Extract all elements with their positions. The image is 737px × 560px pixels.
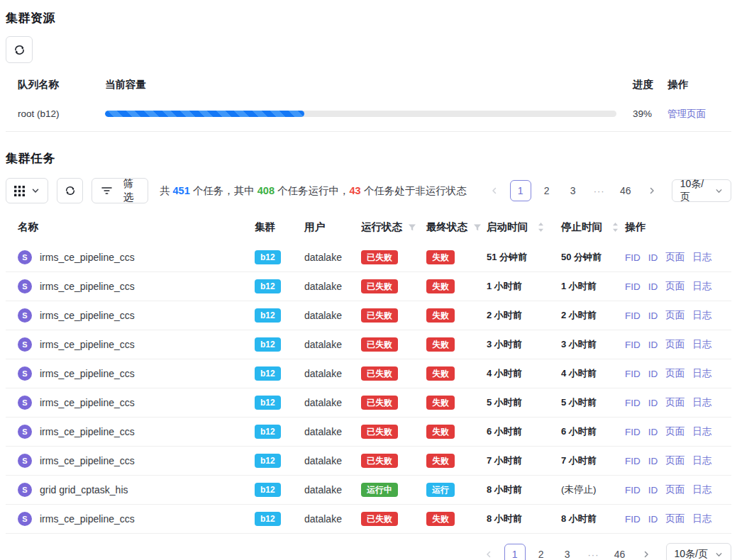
id-link[interactable]: ID [648,252,658,263]
table-row: S irms_ce_pipeline_ccs b12 datalake 已失败 … [6,388,731,418]
pagination-ellipsis[interactable]: ··· [589,180,610,201]
page-link[interactable]: 页面 [665,309,685,322]
log-link[interactable]: 日志 [692,454,711,467]
resources-refresh-button[interactable] [6,36,33,63]
pagination-next-button[interactable] [636,544,657,560]
page-size-select[interactable]: 10条/页 [672,179,731,202]
fid-link[interactable]: FID [625,252,641,263]
table-row: S irms_ce_pipeline_ccs b12 datalake 已失败 … [6,418,731,447]
run-status-filter-funnel-icon[interactable] [408,223,416,232]
pagination-page-last[interactable]: 46 [609,544,631,560]
chevron-down-icon [715,187,723,195]
task-name: irms_ce_pipeline_ccs [40,513,135,525]
resources-table-row: root (b12) 39% 管理页面 [6,96,731,132]
fid-link[interactable]: FID [625,340,641,350]
capacity-progress-bar [105,111,616,117]
pagination-page-2[interactable]: 2 [531,544,552,560]
stop-time-cell: 5 小时前 [561,397,597,408]
fid-link[interactable]: FID [625,514,641,525]
id-link[interactable]: ID [648,485,658,495]
final-status-badge: 失败 [426,425,455,439]
pagination-prev-button[interactable] [478,544,499,560]
fid-link[interactable]: FID [625,427,641,437]
run-status-badge: 已失败 [361,396,398,410]
page-link[interactable]: 页面 [665,280,685,293]
table-row: S irms_ce_pipeline_ccs b12 datalake 已失败 … [6,505,731,534]
tasks-summary: 共 451 个任务，其中 408 个任务运行中，43 个任务处于非运行状态 [160,184,467,198]
run-status-badge: 已失败 [361,512,398,526]
id-link[interactable]: ID [648,369,658,379]
log-link[interactable]: 日志 [692,309,711,322]
filter-button[interactable]: 筛选 [92,178,148,203]
page-link[interactable]: 页面 [665,251,685,264]
tasks-table-body: S irms_ce_pipeline_ccs b12 datalake 已失败 … [6,243,731,534]
start-time-cell: 1 小时前 [487,281,522,291]
pagination-page-3[interactable]: 3 [563,180,584,201]
id-link[interactable]: ID [648,456,658,466]
run-status-badge: 已失败 [361,250,398,264]
pagination-page-1[interactable]: 1 [510,180,531,201]
pagination-page-last[interactable]: 46 [615,180,636,201]
log-link[interactable]: 日志 [692,483,711,496]
id-link[interactable]: ID [648,427,658,437]
log-link[interactable]: 日志 [692,280,711,293]
log-link[interactable]: 日志 [692,338,711,351]
pagination-page-2[interactable]: 2 [536,180,558,201]
pagination-page-3[interactable]: 3 [557,544,578,560]
page-link[interactable]: 页面 [665,513,685,525]
pagination-next-button[interactable] [641,180,663,201]
table-row: S grid grid_cptask_his b12 datalake 运行中 … [6,476,731,505]
pagination-prev-button[interactable] [484,180,505,201]
id-link[interactable]: ID [648,514,658,525]
pagination-page-1[interactable]: 1 [504,544,526,560]
id-link[interactable]: ID [648,310,658,321]
id-link[interactable]: ID [648,398,658,408]
id-link[interactable]: ID [648,281,658,292]
start-time-sort-icon[interactable] [538,222,544,233]
fid-link[interactable]: FID [625,310,641,321]
run-status-badge: 已失败 [361,279,398,293]
tasks-footer: 1 2 3 ··· 46 10条/页 [6,543,731,560]
start-time-cell: 7 小时前 [487,455,522,466]
manage-page-link[interactable]: 管理页面 [667,108,706,119]
page-link[interactable]: 页面 [665,454,685,467]
page-link[interactable]: 页面 [665,425,685,438]
log-link[interactable]: 日志 [692,513,711,525]
page-link[interactable]: 页面 [665,338,685,351]
page: 集群资源 队列名称 当前容量 进度 操作 root (b12) [0,0,737,560]
page-size-select[interactable]: 10条/页 [666,543,731,560]
name-column-header: 名称 [6,220,255,234]
avatar: S [18,366,32,381]
pagination-ellipsis[interactable]: ··· [583,544,604,560]
stop-time-cell: (未停止) [561,484,597,495]
task-name: irms_ce_pipeline_ccs [40,281,135,292]
fid-link[interactable]: FID [625,369,641,379]
fid-link[interactable]: FID [625,281,641,292]
tasks-refresh-button[interactable] [57,178,83,203]
log-link[interactable]: 日志 [692,425,711,438]
page-link[interactable]: 页面 [665,483,685,496]
summary-text: 个任务，其中 [190,185,257,196]
log-link[interactable]: 日志 [692,251,711,264]
stop-time-sort-icon[interactable] [612,222,619,233]
final-status-filter-funnel-icon[interactable] [473,223,482,232]
final-status-column-header: 最终状态 [426,220,467,234]
user-cell: datalake [304,455,361,466]
queue-name-header: 队列名称 [6,78,105,91]
task-name: irms_ce_pipeline_ccs [40,455,135,466]
tasks-table-header: 名称 集群 用户 运行状态 最终状态 [6,209,731,243]
fid-link[interactable]: FID [625,398,641,408]
progress-header: 进度 [622,78,666,91]
avatar: S [18,279,32,293]
page-link[interactable]: 页面 [665,396,685,409]
resources-table: 队列名称 当前容量 进度 操作 root (b12) 39% 管理页面 [6,72,731,132]
cluster-badge: b12 [255,483,281,497]
layout-switch-button[interactable] [6,178,48,203]
cluster-badge: b12 [255,308,281,323]
id-link[interactable]: ID [648,340,658,350]
log-link[interactable]: 日志 [692,396,711,409]
fid-link[interactable]: FID [625,485,641,495]
page-link[interactable]: 页面 [665,367,685,380]
fid-link[interactable]: FID [625,456,641,466]
log-link[interactable]: 日志 [692,367,711,380]
